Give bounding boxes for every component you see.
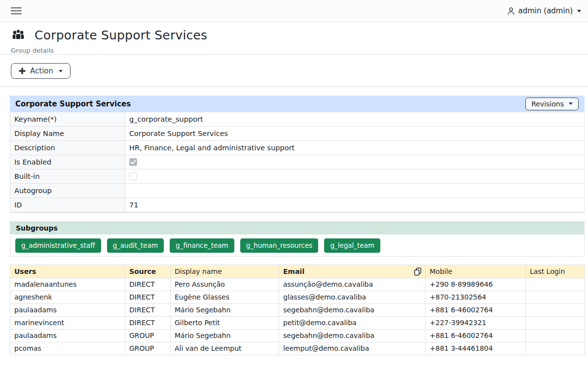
page-title: Corporate Support Services [35, 28, 207, 42]
details-row: Keyname(*)g_corporate_support [10, 112, 585, 127]
field-label: Keyname(*) [10, 112, 125, 127]
details-panel-title: Corporate Support Services [15, 100, 131, 108]
revisions-button[interactable]: Revisions [525, 98, 579, 110]
table-row: agneshenkDIRECTEugène Glassesglasses@dem… [10, 291, 585, 303]
checkbox-unchecked [129, 172, 137, 180]
page-header: Corporate Support Services Group details [0, 22, 588, 54]
table-cell [526, 278, 585, 291]
action-toolbar: Action [0, 55, 588, 86]
subgroup-badge[interactable]: g_administrative_staff [15, 238, 101, 253]
details-row: DescriptionHR, Finance, Legal and admini… [10, 141, 585, 155]
field-value: HR, Finance, Legal and administrative su… [125, 141, 585, 155]
table-row: marinevincentDIRECTGilberto Petitpetit@d… [10, 316, 585, 329]
field-label: ID [10, 198, 125, 212]
table-cell: DIRECT [125, 291, 171, 303]
subgroup-badge[interactable]: g_finance_team [170, 238, 234, 253]
field-label: Description [10, 141, 125, 155]
table-cell: assunção@demo.cavaliba [279, 278, 426, 291]
users-table: UsersSourceDisplay nameEmailMobileLast L… [10, 265, 585, 355]
table-cell: +881 6-46002764 [426, 329, 526, 342]
plus-icon [19, 67, 26, 74]
copy-icon[interactable] [414, 268, 422, 276]
table-cell: +881 6-46002764 [426, 303, 526, 316]
checkbox-checked [129, 158, 137, 166]
chevron-down-icon [577, 10, 581, 12]
table-cell: GROUP [125, 342, 171, 355]
table-cell: +227-39942321 [426, 316, 526, 329]
column-header-label: Mobile [430, 268, 452, 275]
column-header-label: Users [14, 268, 36, 275]
details-table: Keyname(*)g_corporate_supportDisplay Nam… [10, 112, 585, 212]
table-cell: segebahn@demo.cavaliba [279, 303, 426, 316]
user-label: admin (admin) [518, 6, 573, 15]
column-header-label: Last Login [530, 268, 565, 275]
details-row: ID71 [10, 198, 585, 212]
table-cell: Gilberto Petit [171, 316, 279, 329]
table-cell: Eugène Glasses [171, 291, 279, 303]
subgroup-badge[interactable]: g_human_resources [240, 238, 319, 253]
table-cell [526, 316, 585, 329]
table-cell: paulaadams [10, 329, 125, 342]
person-icon [507, 7, 515, 15]
field-value [125, 184, 585, 198]
user-menu[interactable]: admin (admin) [507, 6, 581, 15]
table-row: paulaadamsGROUPMário Segebahnsegebahn@de… [10, 329, 585, 342]
table-cell [526, 291, 585, 303]
table-cell [526, 329, 585, 342]
field-label: Display Name [10, 127, 125, 141]
column-header-label: Email [283, 268, 304, 275]
divider [10, 212, 585, 213]
subgroup-badge[interactable]: g_audit_team [107, 238, 164, 253]
column-header-mobile: Mobile [426, 265, 526, 278]
chevron-down-icon [59, 70, 63, 72]
table-cell: segebahn@demo.cavaliba [279, 329, 426, 342]
field-label: Is Enabled [10, 155, 125, 169]
column-header-email: Email [279, 265, 426, 278]
table-cell: Mário Segebahn [171, 303, 279, 316]
table-cell: Mário Segebahn [171, 329, 279, 342]
table-cell: glasses@demo.cavaliba [279, 291, 426, 303]
subgroups-panel: Subgroups g_administrative_staffg_audit_… [10, 221, 585, 257]
table-cell: GROUP [125, 329, 171, 342]
table-cell: paulaadams [10, 303, 125, 316]
hamburger-icon[interactable] [11, 5, 22, 16]
subgroup-badge[interactable]: g_legal_team [324, 238, 380, 253]
table-cell: DIRECT [125, 316, 171, 329]
table-cell: +870-21302564 [426, 291, 526, 303]
revisions-button-label: Revisions [531, 100, 564, 108]
table-cell: DIRECT [125, 303, 171, 316]
table-cell: marinevincent [10, 316, 125, 329]
field-value: g_corporate_support [125, 112, 585, 127]
subgroups-panel-header: Subgroups [10, 222, 584, 234]
table-cell: DIRECT [125, 278, 171, 291]
table-cell: madalenaantunes [10, 278, 125, 291]
subgroups-list: g_administrative_staffg_audit_teamg_fina… [10, 234, 584, 256]
table-cell: petit@demo.cavaliba [279, 316, 426, 329]
column-header-users: Users [10, 265, 125, 278]
table-cell: pcomas [10, 342, 125, 355]
group-icon [11, 29, 26, 42]
field-value [125, 169, 585, 184]
field-label: Autogroup [10, 184, 125, 198]
action-button[interactable]: Action [11, 63, 71, 79]
table-cell [526, 342, 585, 355]
table-cell: Ali van de Leemput [171, 342, 279, 355]
table-cell: agneshenk [10, 291, 125, 303]
group-details-panel: Corporate Support Services Revisions Key… [10, 96, 585, 212]
table-cell: Pero Assunção [171, 278, 279, 291]
table-cell: leemput@demo.cavaliba [279, 342, 426, 355]
table-row: pcomasGROUPAli van de Leemputleemput@dem… [10, 342, 585, 355]
subgroups-panel-title: Subgroups [16, 224, 58, 232]
details-row: Is Enabled [10, 155, 585, 169]
table-cell [526, 303, 585, 316]
field-value: Corporate Support Services [125, 127, 585, 141]
field-value [125, 155, 585, 169]
page-subtitle: Group details [11, 47, 577, 54]
field-value: 71 [125, 198, 585, 212]
details-panel-header: Corporate Support Services Revisions [10, 96, 585, 112]
column-header-display-name: Display name [171, 265, 279, 278]
chevron-down-icon [569, 102, 573, 105]
table-cell: +290 8-89989646 [426, 278, 526, 291]
table-row: paulaadamsDIRECTMário Segebahnsegebahn@d… [10, 303, 585, 316]
action-button-label: Action [30, 67, 53, 75]
